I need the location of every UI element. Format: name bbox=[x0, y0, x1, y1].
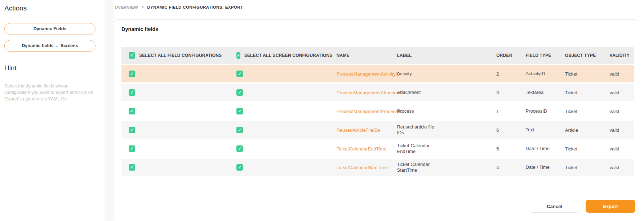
column-header-field-type: FIELD TYPE bbox=[523, 47, 562, 64]
column-header-name: NAME bbox=[334, 47, 394, 64]
column-header-validity: VALIDITY bbox=[607, 47, 634, 64]
screen-configuration-checkbox[interactable]: ✓ bbox=[236, 164, 243, 171]
cancel-button[interactable]: Cancel bbox=[530, 200, 579, 213]
screen-configuration-checkbox[interactable]: ✓ bbox=[236, 89, 243, 96]
dynamic-fields-button[interactable]: Dynamic Fields bbox=[4, 23, 96, 35]
field-order: 2 bbox=[496, 71, 520, 77]
field-configuration-checkbox[interactable]: ✓ bbox=[129, 71, 135, 77]
dynamic-field-name-link[interactable]: TicketCalendarEndTime bbox=[337, 146, 386, 152]
dynamic-fields-table: ✓ SELECT ALL FIELD CONFIGURATIONS ✓ SELE… bbox=[121, 45, 634, 177]
field-order: 4 bbox=[496, 165, 520, 170]
field-configuration-checkbox[interactable]: ✓ bbox=[129, 89, 135, 96]
object-type: Ticket bbox=[565, 146, 604, 152]
object-type: Ticket bbox=[565, 109, 604, 114]
field-validity: valid bbox=[610, 127, 631, 133]
panel-header: Dynamic fields bbox=[114, 20, 639, 38]
dynamic-field-name-link[interactable]: TicketCalendarStartTime bbox=[337, 165, 388, 170]
field-label: Attachment bbox=[397, 90, 441, 95]
screen-configuration-checkbox[interactable]: ✓ bbox=[236, 127, 243, 133]
panel-title: Dynamic fields bbox=[121, 26, 158, 32]
object-type: Ticket bbox=[565, 90, 604, 95]
panel-footer: Cancel Export bbox=[530, 200, 635, 213]
table-row: ✓✓TicketCalendarEndTimeTicket Calendar E… bbox=[121, 140, 634, 157]
field-configuration-checkbox[interactable]: ✓ bbox=[129, 164, 135, 171]
field-configuration-checkbox[interactable]: ✓ bbox=[129, 145, 135, 152]
select-all-screen-configurations-label: SELECT ALL SCREEN CONFIGURATIONS bbox=[244, 53, 333, 58]
breadcrumb-overview-link[interactable]: OVERVIEW bbox=[115, 5, 138, 9]
column-header-order: ORDER bbox=[493, 47, 523, 64]
screen-configuration-checkbox[interactable]: ✓ bbox=[236, 145, 243, 152]
table-header-row: ✓ SELECT ALL FIELD CONFIGURATIONS ✓ SELE… bbox=[121, 47, 634, 64]
dynamic-fields-screens-button[interactable]: Dynamic fields ↔ Screens bbox=[4, 40, 96, 52]
chevron-right-icon: > bbox=[141, 5, 144, 10]
dynamic-field-name-link[interactable]: ReusedArticleFileIDs bbox=[337, 127, 380, 133]
breadcrumb: OVERVIEW > DYNAMIC FIELD CONFIGURATIONS:… bbox=[114, 0, 639, 19]
field-validity: valid bbox=[610, 90, 631, 95]
field-validity: valid bbox=[610, 146, 631, 152]
table-row: ✓✓ProcessManagementActivityIDActivity2Ac… bbox=[121, 65, 634, 82]
screen-configuration-checkbox[interactable]: ✓ bbox=[236, 108, 243, 114]
dynamic-field-name-link[interactable]: ProcessManagementProcessID bbox=[337, 109, 403, 114]
field-label: Activity bbox=[397, 71, 441, 77]
actions-heading: Actions bbox=[4, 4, 100, 12]
field-label: Ticket Calendar StartTime bbox=[397, 162, 441, 173]
select-all-screen-configurations-checkbox[interactable]: ✓ bbox=[236, 52, 240, 59]
field-label: Reused article file IDs bbox=[397, 124, 441, 136]
select-all-field-configurations-label: SELECT ALL FIELD CONFIGURATIONS bbox=[139, 53, 222, 58]
field-order: 3 bbox=[496, 90, 520, 95]
field-label: Process bbox=[397, 108, 441, 114]
object-type: Article bbox=[565, 127, 604, 133]
field-order: 6 bbox=[496, 127, 520, 133]
field-type: ProcessID bbox=[525, 108, 551, 114]
field-order: 1 bbox=[496, 109, 520, 114]
breadcrumb-current-page: DYNAMIC FIELD CONFIGURATIONS: EXPORT bbox=[147, 5, 243, 9]
dynamic-field-name-link[interactable]: ProcessManagementAttachment bbox=[337, 90, 405, 95]
field-type: ActivityID bbox=[525, 71, 551, 77]
main-content: OVERVIEW > DYNAMIC FIELD CONFIGURATIONS:… bbox=[114, 0, 639, 221]
object-type: Ticket bbox=[565, 71, 604, 77]
field-validity: valid bbox=[610, 109, 631, 114]
screen-configuration-checkbox[interactable]: ✓ bbox=[236, 71, 243, 77]
table-body: ✓✓ProcessManagementActivityIDActivity2Ac… bbox=[121, 65, 634, 176]
hint-heading: Hint bbox=[4, 64, 100, 72]
field-validity: valid bbox=[610, 71, 631, 77]
table-row: ✓✓TicketCalendarStartTimeTicket Calendar… bbox=[121, 159, 634, 176]
object-type: Ticket bbox=[565, 165, 604, 170]
field-type: Date / Time bbox=[525, 164, 551, 170]
field-type: Textarea bbox=[525, 90, 551, 95]
table-row: ✓✓ReusedArticleFileIDsReused article fil… bbox=[121, 121, 634, 139]
panel-body: ✓ SELECT ALL FIELD CONFIGURATIONS ✓ SELE… bbox=[114, 38, 639, 177]
field-label: Ticket Calendar EndTime bbox=[397, 143, 441, 155]
field-configuration-checkbox[interactable]: ✓ bbox=[129, 127, 135, 133]
hint-text: Select the dynamic fields whose configur… bbox=[4, 83, 94, 102]
field-type: Date / Time bbox=[525, 146, 551, 152]
table-row: ✓✓ProcessManagementProcessIDProcess1Proc… bbox=[121, 103, 634, 120]
column-header-object-type: OBJECT TYPE bbox=[562, 47, 607, 64]
field-configuration-checkbox[interactable]: ✓ bbox=[129, 108, 135, 114]
export-button[interactable]: Export bbox=[586, 200, 635, 213]
dynamic-fields-panel: Dynamic fields ✓ SELECT ALL FIELD CONFIG… bbox=[114, 19, 639, 220]
select-all-field-configurations-checkbox[interactable]: ✓ bbox=[129, 52, 135, 59]
actions-sidebar: Actions Dynamic Fields Dynamic fields ↔ … bbox=[0, 0, 105, 221]
divider bbox=[4, 77, 100, 77]
column-header-label: LABEL bbox=[394, 47, 493, 64]
field-type: Text bbox=[525, 127, 551, 133]
content-gutter bbox=[105, 0, 114, 221]
divider bbox=[4, 17, 100, 17]
table-row: ✓✓ProcessManagementAttachmentAttachment3… bbox=[121, 84, 634, 101]
field-order: 5 bbox=[496, 146, 520, 152]
field-validity: valid bbox=[610, 165, 631, 170]
dynamic-field-name-link[interactable]: ProcessManagementActivityID bbox=[337, 71, 400, 77]
